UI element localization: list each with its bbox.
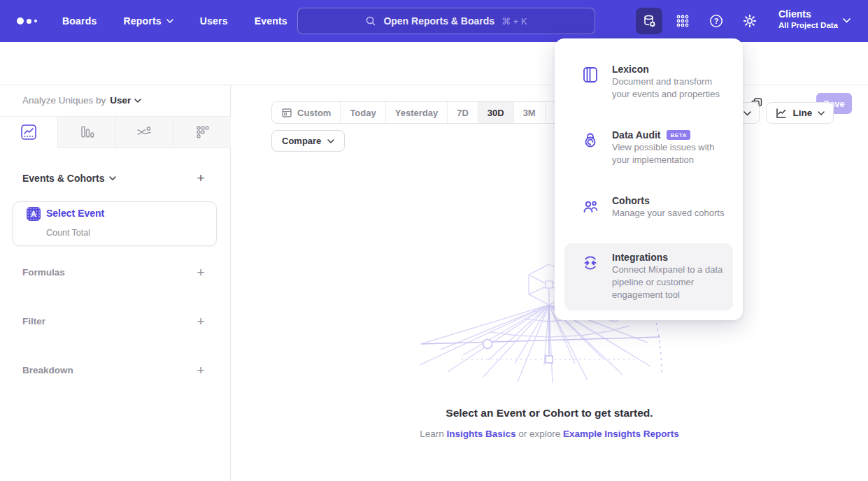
search-shortcut: ⌘ + K xyxy=(501,16,527,27)
event-metric-dropdown[interactable]: Count Total xyxy=(46,228,90,238)
event-badge: A xyxy=(27,207,41,221)
events-cohorts-header[interactable]: Events & Cohorts xyxy=(22,173,116,184)
menu-item-data-audit[interactable]: Data AuditBETA View possible issues with… xyxy=(564,125,733,170)
range-label: Yesterday xyxy=(395,108,438,118)
analyze-uniques-row: Analyze Uniques by User xyxy=(22,95,141,106)
svg-text:?: ? xyxy=(714,17,719,25)
calendar-icon xyxy=(281,107,292,118)
chart-type-dropdown[interactable]: Line xyxy=(766,102,834,124)
search-placeholder: Open Reports & Boards xyxy=(383,15,495,27)
chevron-down-icon xyxy=(327,139,334,143)
range-label: Custom xyxy=(297,108,331,118)
add-formula-button[interactable]: + xyxy=(194,266,208,280)
or-explore-text: or explore xyxy=(518,429,560,439)
analyze-prefix: Analyze Uniques by xyxy=(22,95,106,106)
add-filter-button[interactable]: + xyxy=(194,315,208,329)
database-gear-icon xyxy=(641,13,657,29)
nav-item-label: Reports xyxy=(123,15,161,27)
tab-flow-chart[interactable] xyxy=(116,117,174,148)
gear-icon xyxy=(742,13,757,29)
menu-item-cohorts[interactable]: Cohorts Manage your saved cohorts xyxy=(564,191,733,223)
chevron-down-icon xyxy=(744,111,751,116)
events-cohorts-label: Events & Cohorts xyxy=(22,173,104,184)
data-audit-icon xyxy=(581,131,599,152)
scatter-chart-icon xyxy=(194,124,211,141)
search-input[interactable]: Open Reports & Boards ⌘ + K xyxy=(297,8,595,34)
event-card[interactable]: A Select Event Count Total xyxy=(13,201,217,246)
nav-item-events[interactable]: Events xyxy=(255,15,287,27)
line-chart-icon xyxy=(20,124,37,141)
range-today[interactable]: Today xyxy=(341,102,385,123)
chart-type-label: Line xyxy=(793,108,813,118)
analyze-value: User xyxy=(110,95,131,106)
range-label: 3M xyxy=(523,108,536,118)
chart-type-tabs xyxy=(0,116,231,148)
menu-item-title: Data Audit xyxy=(612,129,660,141)
add-event-button[interactable]: + xyxy=(194,171,208,185)
breakdown-section-label: Breakdown xyxy=(22,365,73,375)
data-management-menu: Lexicon Document and transform your even… xyxy=(555,38,743,320)
project-switcher[interactable]: Clients All Project Data xyxy=(778,8,838,31)
apps-grid-icon[interactable] xyxy=(669,8,696,34)
date-range-selector: Custom Today Yesterday 7D 30D 3M 6M xyxy=(271,101,574,124)
range-yesterday[interactable]: Yesterday xyxy=(386,102,448,123)
menu-item-text: Data AuditBETA View possible issues with… xyxy=(612,129,729,166)
nav-item-boards[interactable]: Boards xyxy=(62,15,97,27)
menu-item-description: Manage your saved cohorts xyxy=(612,208,724,218)
nine-dots-icon xyxy=(676,14,690,28)
org-name: Clients xyxy=(778,8,838,20)
filter-section-label: Filter xyxy=(22,316,45,326)
add-breakdown-button[interactable]: + xyxy=(194,364,208,378)
menu-item-description: View possible issues with your implement… xyxy=(612,142,714,165)
tab-bar-chart[interactable] xyxy=(58,117,116,148)
line-chart-icon xyxy=(775,107,788,120)
menu-item-description: Connect Mixpanel to a data pipeline or c… xyxy=(612,264,723,300)
bar-chart-icon xyxy=(78,124,95,141)
chevron-down-icon xyxy=(843,18,851,23)
menu-item-text: Lexicon Document and transform your even… xyxy=(612,64,729,100)
range-7d[interactable]: 7D xyxy=(448,102,478,123)
beta-badge: BETA xyxy=(667,130,690,140)
mixpanel-insights-app: Boards Reports Users Events Open Reports… xyxy=(0,0,868,481)
learn-text: Learn xyxy=(420,429,444,439)
lexicon-book-icon xyxy=(581,66,599,87)
chevron-down-icon xyxy=(134,99,141,103)
settings-gear-icon[interactable] xyxy=(737,8,763,34)
chevron-down-icon xyxy=(166,19,173,23)
menu-item-lexicon[interactable]: Lexicon Document and transform your even… xyxy=(564,59,733,104)
menu-item-text: Cohorts Manage your saved cohorts xyxy=(612,195,729,219)
insights-basics-link[interactable]: Insights Basics xyxy=(446,429,515,439)
help-icon[interactable]: ? xyxy=(703,8,730,34)
tab-line-chart[interactable] xyxy=(0,117,58,148)
question-circle-icon: ? xyxy=(709,13,724,29)
tab-scatter-chart[interactable] xyxy=(173,117,231,148)
menu-item-text: Integrations Connect Mixpanel to a data … xyxy=(612,252,729,301)
empty-state-links: Learn Insights Basics or explore Example… xyxy=(231,429,868,439)
compare-button[interactable]: Compare xyxy=(271,130,345,152)
nav-item-users[interactable]: Users xyxy=(200,15,228,27)
flow-chart-icon xyxy=(136,124,152,141)
range-30d[interactable]: 30D xyxy=(478,102,514,123)
example-reports-link[interactable]: Example Insights Reports xyxy=(563,429,679,439)
formulas-section-label: Formulas xyxy=(22,267,65,278)
range-label: 7D xyxy=(457,108,469,118)
select-event-button[interactable]: Select Event xyxy=(46,208,104,219)
integrations-sync-icon xyxy=(581,254,599,275)
menu-item-integrations[interactable]: Integrations Connect Mixpanel to a data … xyxy=(564,243,733,310)
menu-item-description: Document and transform your events and p… xyxy=(612,76,720,99)
menu-item-title: Lexicon xyxy=(612,64,649,75)
mixpanel-logo-dots-icon[interactable] xyxy=(17,17,37,24)
nav-item-label: Boards xyxy=(62,15,97,27)
nav-item-reports[interactable]: Reports xyxy=(123,15,173,27)
range-label: Today xyxy=(350,108,376,118)
range-custom[interactable]: Custom xyxy=(272,102,341,123)
range-3m[interactable]: 3M xyxy=(514,102,546,123)
data-management-icon[interactable] xyxy=(636,8,662,34)
top-navbar: Boards Reports Users Events Open Reports… xyxy=(0,0,868,42)
nav-item-label: Users xyxy=(200,15,228,27)
query-builder-sidebar: Analyze Uniques by User xyxy=(0,85,231,481)
analyze-value-dropdown[interactable]: User xyxy=(110,95,141,106)
nav-item-label: Events xyxy=(255,15,287,27)
cohorts-people-icon xyxy=(581,197,599,218)
menu-item-title: Cohorts xyxy=(612,195,650,206)
